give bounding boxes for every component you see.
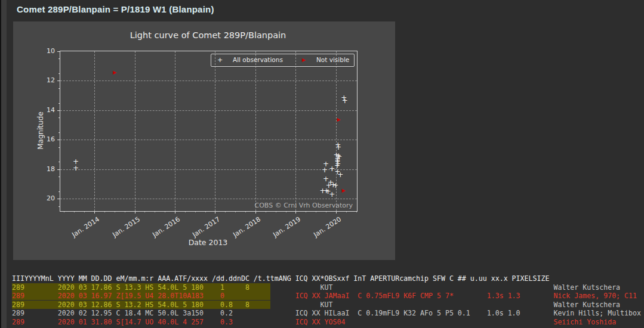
- x-axis-minor-tick: [125, 211, 125, 212]
- table-row-left-segment: 289 2020 03 17.86 S 13.3 HS 54.0L 5 180 …: [12, 283, 270, 292]
- triangle-right-marker-icon: ▶: [302, 58, 306, 63]
- x-axis-minor-tick: [165, 211, 165, 212]
- x-axis-minor-tick: [276, 211, 276, 212]
- y-axis-major-tick: [57, 81, 60, 81]
- grid-line-horizontal: [60, 110, 357, 111]
- y-axis-minor-tick: [58, 162, 60, 162]
- data-point-not-visible: ▶: [337, 117, 341, 122]
- table-row-left-segment: 289 2020 03 16.97 Z[19.5 U4 28.0T10A183 …: [12, 292, 270, 300]
- grid-line-vertical: [135, 51, 135, 211]
- table-row[interactable]: 289 2020 02 12.95 C 18.4 MC 50.0L 3a150 …: [12, 309, 641, 318]
- y-axis-label: Magnitude: [36, 112, 45, 150]
- grid-line-horizontal: [60, 169, 357, 170]
- grid-line-horizontal: [60, 140, 357, 140]
- table-row-right-segment: KUT Walter Kutschera: [270, 283, 620, 292]
- y-axis-tick-label: 14: [39, 106, 55, 114]
- x-axis-minor-tick: [155, 211, 155, 212]
- y-axis-minor-tick: [58, 103, 60, 104]
- x-axis-minor-tick: [185, 211, 186, 212]
- x-axis-minor-tick: [266, 211, 266, 212]
- y-axis-minor-tick: [58, 117, 60, 118]
- grid-line-vertical: [215, 51, 215, 211]
- x-axis-minor-tick: [225, 211, 226, 212]
- y-axis-major-tick: [57, 169, 60, 170]
- data-point-observation: +: [323, 160, 329, 167]
- data-point-observation: +: [337, 171, 343, 178]
- y-axis-tick-label: 10: [39, 47, 55, 55]
- y-axis-major-tick: [57, 199, 60, 199]
- legend-all-observations-label: All observations: [233, 56, 283, 63]
- table-row-right-segment: ICQ XX JAMaaI C 0.75mFL9 K6F CMP 5 7* 1.…: [270, 292, 637, 300]
- x-axis-minor-tick: [346, 211, 347, 212]
- x-axis-minor-tick: [205, 211, 206, 212]
- y-axis-minor-tick: [58, 206, 60, 207]
- data-point-observation: +: [336, 153, 342, 160]
- chart-title: Light curve of Comet 289P/Blanpain: [60, 30, 356, 40]
- x-axis-minor-tick: [356, 211, 357, 212]
- y-axis-minor-tick: [58, 58, 60, 59]
- x-axis-minor-tick: [316, 211, 316, 212]
- grid-line-vertical: [295, 51, 296, 211]
- observation-table: IIIYYYYMnL YYYY MM DD.DD eM/mm.m:r AAA.A…: [12, 274, 641, 326]
- legend-not-visible-label: Not visible: [316, 56, 349, 63]
- y-axis-major-tick: [57, 110, 60, 111]
- data-point-observation: +: [332, 181, 338, 188]
- y-axis-tick-label: 16: [39, 135, 55, 143]
- y-axis-major-tick: [57, 51, 60, 52]
- page-title: Comet 289P/Blanpain = P/1819 W1 (Blanpai…: [17, 4, 214, 14]
- x-axis-minor-tick: [84, 211, 85, 212]
- x-axis-minor-tick: [64, 211, 64, 212]
- table-row-right-segment: ICQ XX HILaaI C 0.19mFL9 K32 AFo 5 P5 0.…: [270, 309, 641, 317]
- x-axis-major-tick: [255, 211, 256, 213]
- table-row-right-segment: ICQ XX YOS04 Seiichi Yoshida: [270, 318, 616, 326]
- data-point-observation: +: [335, 160, 341, 167]
- x-axis-minor-tick: [144, 211, 145, 212]
- x-axis-minor-tick: [104, 211, 105, 212]
- data-point-observation: +: [73, 165, 79, 172]
- y-axis-minor-tick: [58, 88, 60, 89]
- y-axis-minor-tick: [58, 191, 60, 192]
- table-row-left-segment: 289 2020 03 12.86 S 13.2 HS 54.0L 5 180 …: [12, 301, 270, 309]
- light-curve-chart-panel: Light curve of Comet 289P/Blanpain Magni…: [13, 21, 395, 260]
- y-axis-tick-label: 18: [39, 165, 55, 173]
- x-axis-minor-tick: [115, 211, 115, 212]
- y-axis-major-tick: [57, 140, 60, 140]
- grid-line-horizontal: [60, 199, 357, 199]
- y-axis-tick-label: 20: [39, 194, 55, 202]
- cobs-watermark: COBS © Crni Vrh Observatory: [254, 202, 353, 209]
- y-axis-minor-tick: [58, 147, 60, 148]
- x-axis-minor-tick: [326, 211, 326, 212]
- data-point-observation: +: [329, 191, 335, 198]
- table-row[interactable]: 289 2020 03 16.97 Z[19.5 U4 28.0T10A183 …: [12, 292, 641, 301]
- x-axis-minor-tick: [306, 211, 306, 212]
- x-axis-major-tick: [94, 211, 95, 213]
- x-axis-minor-tick: [235, 211, 236, 212]
- table-row-left-segment: 289 2020 01 31.80 S[14.7 UO 40.0L 4 257 …: [12, 318, 270, 326]
- y-axis-tick-label: 12: [39, 76, 55, 84]
- x-axis-major-tick: [175, 211, 175, 213]
- table-row[interactable]: 289 2020 03 17.86 S 13.3 HS 54.0L 5 180 …: [12, 283, 641, 292]
- grid-line-vertical: [175, 51, 175, 211]
- observation-table-header: IIIYYYYMnL YYYY MM DD.DD eM/mm.m:r AAA.A…: [12, 274, 641, 283]
- data-point-observation: +: [342, 97, 348, 104]
- x-axis-minor-tick: [245, 211, 246, 212]
- chart-legend: + All observations ▶ Not visible: [211, 54, 355, 67]
- x-axis-major-tick: [215, 211, 215, 213]
- x-axis-major-tick: [135, 211, 135, 213]
- table-row-right-segment: KUT Walter Kutschera: [270, 301, 620, 309]
- y-axis-minor-tick: [58, 177, 60, 177]
- data-point-observation: +: [335, 144, 341, 151]
- data-point-not-visible: ▶: [342, 188, 346, 193]
- grid-line-vertical: [255, 51, 256, 211]
- data-point-not-visible: ▶: [113, 70, 116, 75]
- x-axis-major-tick: [295, 211, 296, 213]
- left-edge-gray-bar: [1, 0, 7, 328]
- table-row[interactable]: 289 2020 03 12.86 S 13.2 HS 54.0L 5 180 …: [12, 301, 641, 310]
- y-axis-minor-tick: [58, 73, 60, 74]
- plus-marker-icon: +: [217, 57, 223, 63]
- table-row[interactable]: 289 2020 01 31.80 S[14.7 UO 40.0L 4 257 …: [12, 318, 641, 327]
- x-axis-minor-tick: [74, 211, 75, 212]
- x-axis-major-tick: [336, 211, 337, 213]
- grid-line-vertical: [94, 51, 95, 211]
- x-axis-minor-tick: [195, 211, 196, 212]
